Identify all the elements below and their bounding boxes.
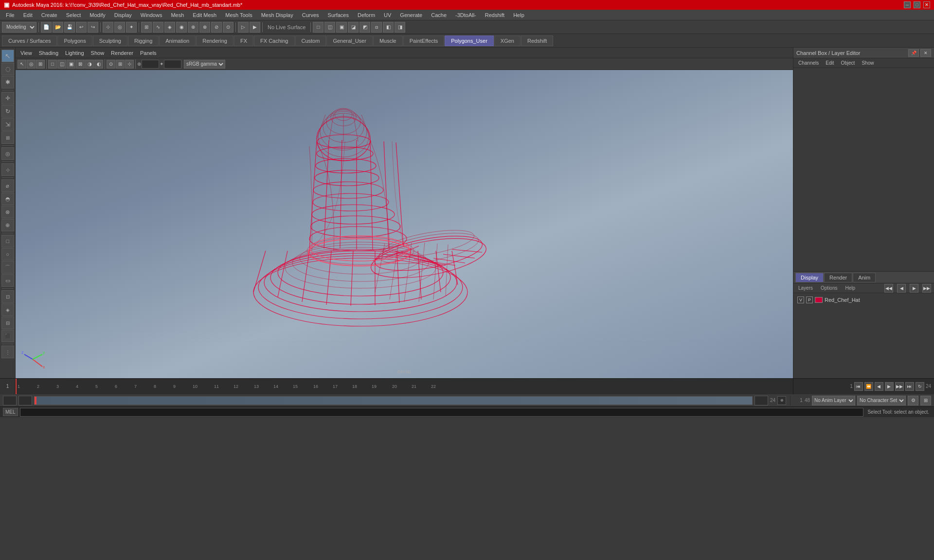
options-subtab[interactable]: Options	[819, 284, 839, 292]
menu-display[interactable]: Display	[110, 11, 136, 19]
display-btn5[interactable]: ◩	[359, 22, 370, 33]
tl-start-btn[interactable]: ⏮	[854, 382, 863, 391]
select-btn[interactable]: ⊹	[103, 22, 113, 33]
rotate-tool-btn[interactable]: ↻	[1, 105, 14, 118]
display-btn2[interactable]: ◫	[324, 22, 335, 33]
display-btn1[interactable]: □	[313, 22, 323, 33]
paint-btn[interactable]: ✦	[126, 22, 137, 33]
tl-loop-btn[interactable]: ↻	[916, 382, 924, 391]
layer-prev-btn[interactable]: ◀◀	[884, 284, 893, 293]
display-btn7[interactable]: ◧	[383, 22, 394, 33]
lasso-tool-btn[interactable]: ◌	[1, 63, 14, 75]
tl-end-btn[interactable]: ⏭	[905, 382, 914, 391]
menu-mesh-display[interactable]: Mesh Display	[257, 11, 297, 19]
tab-polygons[interactable]: Polygons	[57, 35, 92, 46]
tab-polygons-user[interactable]: Polygons_User	[445, 35, 494, 46]
object-tab[interactable]: Object	[838, 59, 858, 67]
mel-input[interactable]	[20, 408, 864, 417]
3d-viewport[interactable]: .wire { stroke: #e8003a; stroke-width: 1…	[16, 70, 793, 378]
layer-visibility-btn[interactable]: V	[797, 297, 804, 303]
snap-7[interactable]: ⊙	[223, 22, 234, 33]
vp-shaded-btn[interactable]: □	[48, 60, 57, 69]
vp-wireframe-btn[interactable]: ⊞	[36, 60, 45, 69]
redo-btn[interactable]: ↪	[88, 22, 98, 33]
channels-tab[interactable]: Channels	[795, 59, 822, 67]
viewport-menu-lighting[interactable]: Lighting	[62, 49, 87, 57]
plane-btn[interactable]: ▭	[1, 274, 14, 287]
paint-select-btn[interactable]: ✱	[1, 76, 14, 88]
sculpt-btn[interactable]: ⌀	[1, 179, 14, 192]
tab-fx[interactable]: FX	[234, 35, 253, 46]
snap-curve[interactable]: ∿	[153, 22, 163, 33]
menu-edit[interactable]: Edit	[19, 11, 36, 19]
render-btn[interactable]: ▷	[238, 22, 249, 33]
range-inner-start-input[interactable]: 1	[18, 396, 32, 405]
viewport-menu-renderer[interactable]: Renderer	[108, 49, 136, 57]
tab-fx-caching[interactable]: FX Caching	[254, 35, 294, 46]
display-btn6[interactable]: ⧈	[371, 22, 382, 33]
timeline-numbers[interactable]: 1 2 3 4 5 6 7 8 9 10 11 12 13 14 15 16 1…	[16, 379, 793, 394]
tab-curves-surfaces[interactable]: Curves / Surfaces	[2, 35, 57, 46]
viewport-menu-shading[interactable]: Shading	[36, 49, 61, 57]
snap-view[interactable]: ◉	[176, 22, 187, 33]
snap-point[interactable]: ◈	[164, 22, 175, 33]
menu-cache[interactable]: Cache	[427, 11, 450, 19]
viewport-menu-show[interactable]: Show	[88, 49, 108, 57]
range-handle[interactable]	[35, 397, 36, 404]
layer-step-fwd-btn[interactable]: ▶	[910, 284, 918, 293]
tl-back-btn[interactable]: ◀	[875, 382, 883, 391]
menu-file[interactable]: File	[2, 11, 18, 19]
vp-wire-shaded-btn[interactable]: ▣	[67, 60, 75, 69]
cylinder-btn[interactable]: ⌒	[1, 261, 14, 274]
tl-fwd-btn[interactable]: ▶▶	[895, 382, 904, 391]
show-tab[interactable]: Show	[859, 59, 877, 67]
vp-hud-btn[interactable]: ⊹	[125, 60, 134, 69]
menu-edit-mesh[interactable]: Edit Mesh	[189, 11, 220, 19]
anim-layer-dropdown[interactable]: No Anim Layer	[812, 396, 855, 405]
display-tab[interactable]: Display	[795, 273, 824, 282]
menu-deform[interactable]: Deform	[354, 11, 379, 19]
fill-btn[interactable]: ⬛	[1, 330, 14, 342]
mode-dropdown[interactable]: Modeling	[2, 22, 36, 33]
help-subtab[interactable]: Help	[843, 284, 857, 292]
edit-tab[interactable]: Edit	[823, 59, 837, 67]
menu-3dtoall[interactable]: -3DtoAll-	[451, 11, 480, 19]
menu-windows[interactable]: Windows	[137, 11, 166, 19]
more-tools-btn[interactable]: ⋮	[1, 346, 14, 358]
snap-6[interactable]: ⊘	[211, 22, 222, 33]
vp-value1-input[interactable]: 0.00	[142, 60, 159, 69]
char-set-dropdown[interactable]: No Character Set	[857, 396, 906, 405]
extrude-btn[interactable]: ⊡	[1, 290, 14, 303]
tab-sculpting[interactable]: Sculpting	[93, 35, 127, 46]
viewport-menu-panels[interactable]: Panels	[137, 49, 160, 57]
tab-redshift[interactable]: Redshift	[521, 35, 553, 46]
tab-rigging[interactable]: Rigging	[128, 35, 159, 46]
anim-tab[interactable]: Anim	[853, 273, 876, 282]
range-bar[interactable]	[34, 396, 753, 405]
menu-redshift[interactable]: Redshift	[481, 11, 508, 19]
char-set-settings-btn[interactable]: ⚙	[908, 396, 918, 405]
menu-select[interactable]: Select	[62, 11, 85, 19]
menu-surfaces[interactable]: Surfaces	[324, 11, 353, 19]
grab-btn[interactable]: ⊗	[1, 206, 14, 218]
menu-mesh-tools[interactable]: Mesh Tools	[221, 11, 256, 19]
lasso-btn[interactable]: ◎	[114, 22, 125, 33]
display-btn3[interactable]: ▣	[336, 22, 347, 33]
universal-tool-btn[interactable]: ⊞	[1, 131, 14, 144]
tab-muscle[interactable]: Muscle	[373, 35, 403, 46]
cube-btn[interactable]: □	[1, 235, 14, 247]
layer-type-btn[interactable]: P	[806, 297, 813, 303]
menu-uv[interactable]: UV	[380, 11, 395, 19]
menu-generate[interactable]: Generate	[396, 11, 426, 19]
snap-5[interactable]: ⊗	[199, 22, 210, 33]
range-inner-end-input[interactable]: 1	[754, 396, 768, 405]
display-btn8[interactable]: ◨	[395, 22, 405, 33]
viewport-menu-view[interactable]: View	[18, 49, 35, 57]
vp-light-btn[interactable]: ◑	[85, 60, 94, 69]
move-tool-btn[interactable]: ✛	[1, 92, 14, 105]
smooth-btn[interactable]: ⊕	[1, 219, 14, 231]
scale-tool-btn[interactable]: ⇲	[1, 118, 14, 131]
select-tool-btn[interactable]: ↖	[1, 50, 14, 62]
undo-btn[interactable]: ↩	[76, 22, 87, 33]
display-btn4[interactable]: ◪	[348, 22, 359, 33]
